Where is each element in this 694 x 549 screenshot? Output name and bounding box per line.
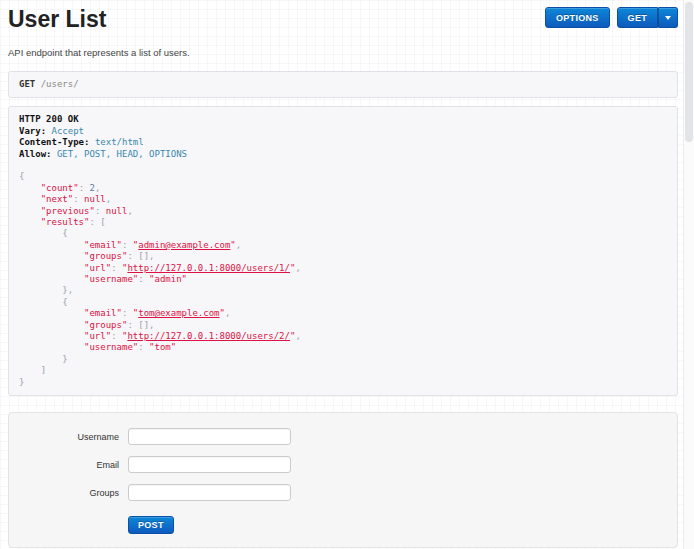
response-header-name: Content-Type: (19, 137, 89, 147)
form-row: Email (9, 456, 677, 473)
form-row: Groups (9, 484, 677, 501)
request-line: GET /users/ (8, 71, 678, 98)
create-user-form: UsernameEmailGroups POST (8, 412, 678, 548)
submit-row: POST (128, 514, 677, 534)
form-row: Username (9, 428, 677, 445)
username-input[interactable] (128, 428, 291, 445)
request-method: GET (19, 79, 35, 89)
form-rows: UsernameEmailGroups (9, 428, 677, 501)
username-label: Username (9, 432, 119, 442)
scrollbar[interactable] (683, 0, 694, 549)
main-content: User List OPTIONS GET API endpoint that … (8, 0, 678, 548)
endpoint-description: API endpoint that represents a list of u… (8, 47, 678, 58)
response-status-line: HTTP 200 OK (19, 114, 79, 124)
options-button[interactable]: OPTIONS (545, 7, 610, 28)
get-dropdown-button[interactable] (658, 7, 678, 28)
page-title: User List (8, 7, 106, 32)
json-link[interactable]: tom@example.com (138, 308, 219, 318)
groups-input[interactable] (128, 484, 291, 501)
get-split-button: GET (617, 7, 678, 28)
response-pre: HTTP 200 OK Vary: Accept Content-Type: t… (8, 106, 678, 396)
page-header: User List OPTIONS GET (8, 0, 678, 32)
request-path: /users/ (41, 79, 79, 89)
response-header-value: GET, POST, HEAD, OPTIONS (57, 149, 187, 159)
response-header-name: Vary: (19, 126, 46, 136)
toolbar: OPTIONS GET (545, 7, 678, 28)
email-input[interactable] (128, 456, 291, 473)
json-link[interactable]: http://127.0.0.1:8000/users/1/ (127, 263, 290, 273)
get-button[interactable]: GET (617, 7, 658, 28)
scrollbar-thumb[interactable] (685, 2, 693, 142)
json-link[interactable]: http://127.0.0.1:8000/users/2/ (127, 331, 290, 341)
email-label: Email (9, 460, 119, 470)
json-link[interactable]: admin@example.com (138, 240, 230, 250)
response-header-name: Allow: (19, 149, 52, 159)
response-header-value: text/html (95, 137, 144, 147)
response-header-value: Accept (52, 126, 85, 136)
caret-down-icon (665, 16, 671, 20)
post-button[interactable]: POST (128, 516, 174, 534)
groups-label: Groups (9, 488, 119, 498)
